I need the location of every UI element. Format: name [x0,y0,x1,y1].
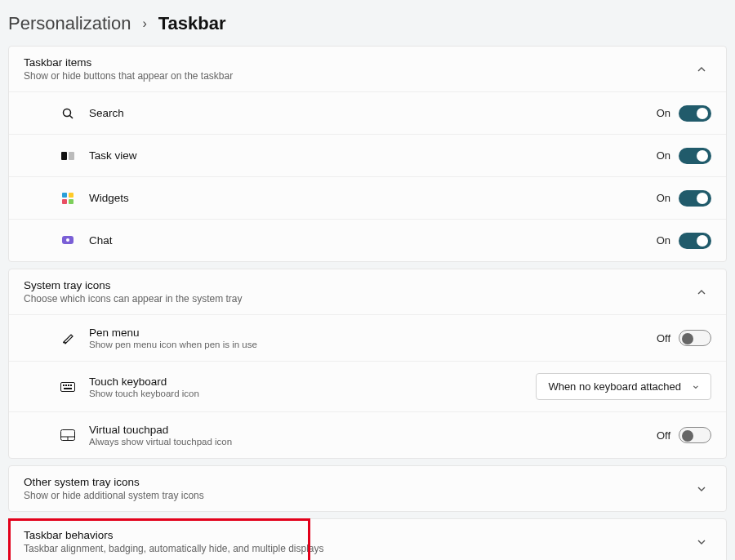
row-label: Search [89,107,657,119]
section-title: Other system tray icons [24,476,692,488]
toggle-state-label: On [657,107,670,119]
page-title: Taskbar [158,13,226,34]
row-touch-keyboard: Touch keyboard Show touch keyboard icon … [9,361,726,411]
section-subtitle: Show or hide additional system tray icon… [24,490,692,501]
row-chat: Chat On [9,219,726,261]
section-header-taskbar-items[interactable]: Taskbar items Show or hide buttons that … [9,47,726,91]
row-sublabel: Always show virtual touchpad icon [89,437,657,447]
svg-rect-13 [68,384,69,386]
section-title: System tray icons [24,279,692,291]
row-sublabel: Show touch keyboard icon [89,389,536,398]
chevron-up-icon[interactable] [692,282,711,302]
svg-rect-10 [61,382,75,391]
section-header-other-tray[interactable]: Other system tray icons Show or hide add… [9,466,726,511]
section-taskbar-items: Taskbar items Show or hide buttons that … [8,46,727,262]
touchpad-icon [58,427,78,443]
toggle-state-label: On [657,234,670,247]
section-taskbar-behaviors: Taskbar behaviors Taskbar alignment, bad… [8,518,727,560]
chevron-down-icon[interactable] [692,532,711,552]
svg-rect-4 [62,193,67,198]
breadcrumb: Personalization › Taskbar [8,10,727,46]
section-subtitle: Show or hide buttons that appear on the … [24,70,692,82]
toggle-search[interactable] [679,105,711,122]
row-task-view: Task view On [9,134,726,176]
widgets-icon [58,190,78,207]
search-icon [58,105,78,122]
toggle-state-label: On [657,149,670,162]
row-label: Widgets [89,192,657,204]
toggle-task-view[interactable] [679,148,711,164]
svg-rect-5 [69,193,74,198]
svg-line-1 [70,115,74,118]
row-search: Search On [9,91,726,134]
svg-rect-2 [61,152,67,160]
section-subtitle: Taskbar alignment, badging, automaticall… [24,543,692,554]
chevron-right-icon: › [142,16,146,31]
toggle-widgets[interactable] [679,190,711,207]
row-label: Virtual touchpad [89,424,657,436]
svg-rect-11 [63,384,65,386]
section-other-tray: Other system tray icons Show or hide add… [8,465,727,512]
chevron-up-icon[interactable] [692,60,711,79]
keyboard-icon [58,379,78,395]
svg-rect-7 [69,199,74,204]
section-system-tray: System tray icons Choose which icons can… [8,269,727,459]
chevron-down-icon[interactable] [692,479,711,499]
svg-rect-15 [64,388,72,389]
breadcrumb-parent[interactable]: Personalization [8,13,131,34]
section-title: Taskbar behaviors [24,529,692,541]
row-label: Chat [89,234,657,247]
toggle-state-label: Off [657,332,670,344]
svg-rect-12 [65,384,67,386]
row-label: Pen menu [89,327,657,339]
svg-point-9 [66,238,69,242]
section-subtitle: Choose which icons can appear in the sys… [24,293,692,304]
row-pen-menu: Pen menu Show pen menu icon when pen is … [9,314,726,361]
svg-rect-14 [70,384,72,386]
row-sublabel: Show pen menu icon when pen is in use [89,340,657,349]
section-header-taskbar-behaviors[interactable]: Taskbar behaviors Taskbar alignment, bad… [9,519,726,560]
row-virtual-touchpad: Virtual touchpad Always show virtual tou… [9,411,726,458]
svg-rect-6 [62,199,67,204]
chat-icon [58,233,78,249]
toggle-state-label: Off [657,429,670,442]
section-header-system-tray[interactable]: System tray icons Choose which icons can… [9,269,726,314]
taskview-icon [58,148,78,164]
toggle-chat[interactable] [679,233,711,249]
row-label: Touch keyboard [89,376,536,388]
row-label: Task view [89,149,657,162]
pen-icon [58,330,78,346]
toggle-pen-menu[interactable] [679,330,711,346]
toggle-virtual-touchpad[interactable] [679,427,711,443]
row-widgets: Widgets On [9,176,726,219]
svg-rect-3 [69,152,74,160]
section-title: Taskbar items [24,56,692,69]
toggle-state-label: On [657,192,670,204]
select-touch-keyboard[interactable]: When no keyboard attached [536,373,711,400]
svg-point-0 [64,109,71,116]
